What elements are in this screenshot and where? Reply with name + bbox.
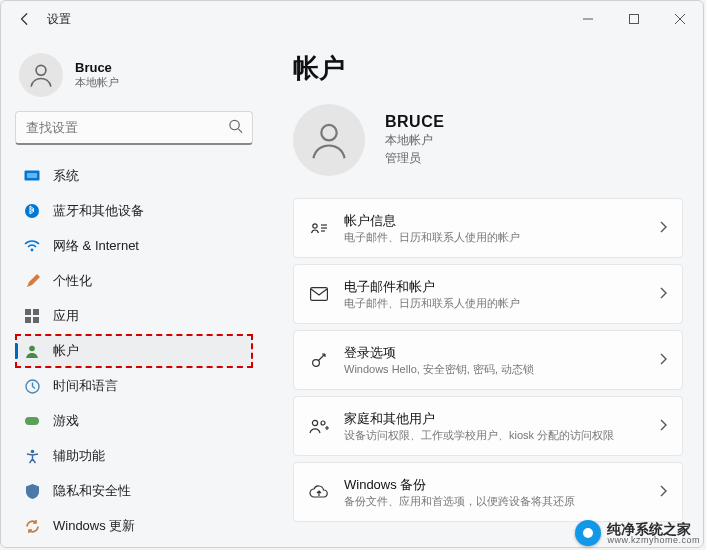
people-add-icon	[308, 418, 330, 434]
card-windows-backup[interactable]: Windows 备份备份文件、应用和首选项，以便跨设备将其还原	[293, 462, 683, 522]
sidebar-item-privacy[interactable]: 隐私和安全性	[15, 474, 253, 508]
sidebar-item-network[interactable]: 网络 & Internet	[15, 229, 253, 263]
minimize-icon	[583, 14, 593, 24]
card-title: Windows 备份	[344, 476, 646, 494]
sidebar-user-name: Bruce	[75, 60, 119, 75]
card-account-info[interactable]: 帐户信息电子邮件、日历和联系人使用的帐户	[293, 198, 683, 258]
svg-point-24	[312, 420, 317, 425]
svg-point-18	[313, 224, 317, 228]
person-icon	[23, 342, 41, 360]
chevron-right-icon	[660, 351, 668, 369]
avatar	[293, 104, 365, 176]
display-icon	[23, 167, 41, 185]
brush-icon	[23, 272, 41, 290]
close-icon	[675, 14, 685, 24]
sidebar-item-label: 时间和语言	[53, 377, 118, 395]
svg-point-17	[321, 125, 336, 140]
chevron-right-icon	[660, 285, 668, 303]
apps-icon	[23, 307, 41, 325]
sidebar-user[interactable]: Bruce 本地帐户	[15, 47, 253, 111]
svg-rect-15	[25, 417, 39, 425]
gaming-icon	[23, 412, 41, 430]
window-body: Bruce 本地帐户 系统 蓝牙和其他设备	[1, 37, 703, 547]
sidebar-item-time[interactable]: 时间和语言	[15, 369, 253, 403]
arrow-left-icon	[18, 12, 32, 26]
sidebar-item-label: 辅助功能	[53, 447, 105, 465]
sidebar-item-bluetooth[interactable]: 蓝牙和其他设备	[15, 194, 253, 228]
svg-rect-9	[25, 309, 31, 315]
card-title: 登录选项	[344, 344, 646, 362]
hero-info: BRUCE 本地帐户 管理员	[385, 113, 444, 167]
sidebar-item-label: 隐私和安全性	[53, 482, 131, 500]
sidebar-item-system[interactable]: 系统	[15, 159, 253, 193]
chevron-right-icon	[660, 417, 668, 435]
svg-rect-10	[33, 309, 39, 315]
person-icon	[307, 118, 351, 162]
accessibility-icon	[23, 447, 41, 465]
svg-rect-11	[25, 317, 31, 323]
card-desc: 电子邮件、日历和联系人使用的帐户	[344, 230, 646, 245]
search-input[interactable]	[15, 111, 253, 145]
sidebar-item-accounts[interactable]: 帐户	[15, 334, 253, 368]
sidebar-item-personalization[interactable]: 个性化	[15, 264, 253, 298]
hero-sub1: 本地帐户	[385, 131, 444, 149]
sidebar-user-info: Bruce 本地帐户	[75, 60, 119, 90]
card-family-users[interactable]: 家庭和其他用户设备访问权限、工作或学校用户、kiosk 分配的访问权限	[293, 396, 683, 456]
card-desc: 电子邮件、日历和联系人使用的帐户	[344, 296, 646, 311]
wifi-icon	[23, 237, 41, 255]
svg-rect-22	[311, 288, 328, 301]
card-title: 帐户信息	[344, 212, 646, 230]
card-signin-options[interactable]: 登录选项Windows Hello, 安全密钥, 密码, 动态锁	[293, 330, 683, 390]
bluetooth-icon	[23, 202, 41, 220]
card-desc: 备份文件、应用和首选项，以便跨设备将其还原	[344, 494, 646, 509]
sidebar-item-label: 网络 & Internet	[53, 237, 139, 255]
svg-rect-6	[27, 173, 37, 178]
sidebar-item-apps[interactable]: 应用	[15, 299, 253, 333]
maximize-button[interactable]	[611, 3, 657, 35]
update-icon	[23, 517, 41, 535]
card-desc: 设备访问权限、工作或学校用户、kiosk 分配的访问权限	[344, 428, 646, 443]
sidebar-user-sub: 本地帐户	[75, 75, 119, 90]
svg-point-13	[29, 346, 35, 352]
svg-rect-12	[33, 317, 39, 323]
page-title: 帐户	[293, 51, 683, 86]
sidebar-item-label: 个性化	[53, 272, 92, 290]
window-title: 设置	[47, 11, 71, 28]
settings-window: 设置 Bruce 本地帐户	[0, 0, 704, 548]
sidebar-item-label: 游戏	[53, 412, 79, 430]
person-icon	[27, 61, 55, 89]
sidebar-item-update[interactable]: Windows 更新	[15, 509, 253, 543]
card-email-accounts[interactable]: 电子邮件和帐户电子邮件、日历和联系人使用的帐户	[293, 264, 683, 324]
key-icon	[308, 351, 330, 369]
shield-icon	[23, 482, 41, 500]
clock-icon	[23, 377, 41, 395]
sidebar: Bruce 本地帐户 系统 蓝牙和其他设备	[1, 37, 263, 547]
titlebar: 设置	[1, 1, 703, 37]
cloud-sync-icon	[308, 485, 330, 499]
chevron-right-icon	[660, 483, 668, 501]
card-title: 家庭和其他用户	[344, 410, 646, 428]
sidebar-item-label: 蓝牙和其他设备	[53, 202, 144, 220]
id-card-icon	[308, 221, 330, 235]
hero-user: BRUCE 本地帐户 管理员	[293, 104, 683, 176]
minimize-button[interactable]	[565, 3, 611, 35]
sidebar-item-label: 系统	[53, 167, 79, 185]
close-button[interactable]	[657, 3, 703, 35]
main: 帐户 BRUCE 本地帐户 管理员 帐户信息电子邮件、日历和联系人使用的帐户	[263, 37, 703, 547]
svg-point-3	[230, 120, 239, 129]
chevron-right-icon	[660, 219, 668, 237]
svg-point-8	[31, 249, 34, 252]
sidebar-item-gaming[interactable]: 游戏	[15, 404, 253, 438]
search-icon	[228, 119, 243, 138]
card-desc: Windows Hello, 安全密钥, 密码, 动态锁	[344, 362, 646, 377]
svg-point-16	[30, 449, 34, 453]
hero-name: BRUCE	[385, 113, 444, 131]
svg-point-2	[36, 65, 46, 75]
sidebar-item-accessibility[interactable]: 辅助功能	[15, 439, 253, 473]
svg-line-4	[238, 129, 242, 133]
sidebar-item-label: 帐户	[53, 342, 79, 360]
maximize-icon	[629, 14, 639, 24]
card-title: 电子邮件和帐户	[344, 278, 646, 296]
search-wrap	[15, 111, 253, 145]
back-button[interactable]	[9, 3, 41, 35]
